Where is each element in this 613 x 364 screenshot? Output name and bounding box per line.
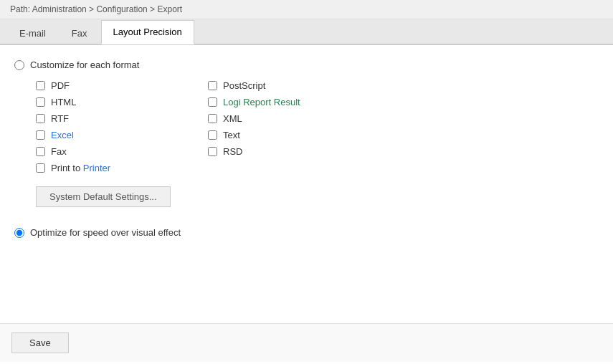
- label-excel: Excel: [51, 130, 74, 140]
- label-fax: Fax: [51, 146, 67, 157]
- format-text: Text: [208, 128, 366, 142]
- format-fax: Fax: [36, 145, 194, 158]
- checkbox-text[interactable]: [208, 130, 217, 140]
- label-rsd: RSD: [223, 146, 242, 157]
- format-pdf: PDF: [36, 79, 194, 92]
- tab-email-label: E-mail: [19, 28, 46, 39]
- label-rtf: RTF: [51, 113, 69, 124]
- tab-fax-label: Fax: [72, 28, 87, 39]
- customize-radio[interactable]: [14, 60, 24, 70]
- optimize-radio-label[interactable]: Optimize for speed over visual effect: [30, 227, 181, 238]
- optimize-radio-option: Optimize for speed over visual effect: [14, 227, 599, 238]
- format-grid: PDF PostScript HTML Logi Report Result R…: [36, 79, 599, 175]
- system-default-settings-button[interactable]: System Default Settings...: [36, 186, 171, 207]
- tab-email[interactable]: E-mail: [7, 21, 58, 44]
- label-xml: XML: [223, 113, 242, 124]
- checkbox-postscript[interactable]: [208, 81, 217, 90]
- label-postscript: PostScript: [223, 80, 265, 91]
- customize-radio-label[interactable]: Customize for each format: [30, 59, 139, 70]
- label-print-to-printer: Print to Printer: [51, 163, 110, 173]
- checkbox-html[interactable]: [36, 97, 45, 107]
- format-postscript: PostScript: [208, 79, 366, 92]
- save-bar: Save: [0, 323, 613, 362]
- tab-fax[interactable]: Fax: [60, 21, 100, 44]
- tab-layout-precision[interactable]: Layout Precision: [101, 20, 194, 44]
- checkbox-rsd[interactable]: [208, 147, 217, 156]
- checkbox-fax[interactable]: [36, 147, 45, 156]
- format-rsd: RSD: [208, 145, 366, 158]
- optimize-radio[interactable]: [14, 228, 24, 238]
- checkbox-logi-report[interactable]: [208, 97, 217, 107]
- checkbox-rtf[interactable]: [36, 114, 45, 123]
- checkbox-excel[interactable]: [36, 130, 45, 140]
- label-logi-report: Logi Report Result: [223, 97, 300, 107]
- printer-link-word[interactable]: Printer: [83, 163, 110, 173]
- format-html: HTML: [36, 95, 194, 109]
- breadcrumb-bar: Path: Administration > Configuration > E…: [0, 0, 613, 19]
- format-rtf: RTF: [36, 112, 194, 125]
- checkbox-pdf[interactable]: [36, 81, 45, 90]
- tabs-bar: E-mail Fax Layout Precision: [0, 19, 613, 45]
- format-excel: Excel: [36, 128, 194, 142]
- tab-layout-precision-label: Layout Precision: [113, 27, 182, 37]
- format-logi-report: Logi Report Result: [208, 95, 366, 109]
- breadcrumb-text: Path: Administration > Configuration > E…: [10, 4, 182, 14]
- label-html: HTML: [51, 97, 76, 107]
- checkbox-print-to-printer[interactable]: [36, 163, 45, 173]
- label-pdf: PDF: [51, 80, 70, 91]
- save-button[interactable]: Save: [11, 332, 69, 353]
- label-text: Text: [223, 130, 240, 140]
- format-print-to-printer: Print to Printer: [36, 161, 194, 175]
- format-xml: XML: [208, 112, 366, 125]
- checkbox-xml[interactable]: [208, 114, 217, 123]
- customize-radio-option: Customize for each format: [14, 59, 599, 70]
